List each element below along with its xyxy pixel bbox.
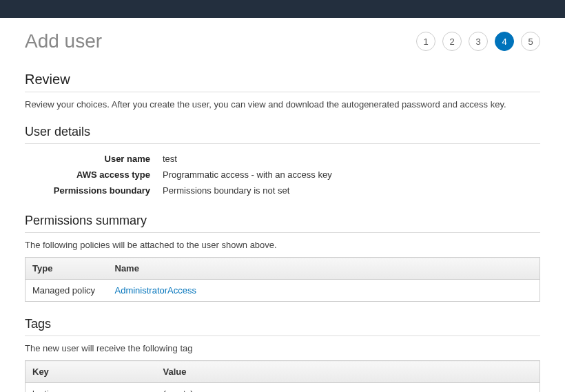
details-label: AWS access type <box>25 169 163 180</box>
policy-name-link[interactable]: AdministratorAccess <box>115 285 196 296</box>
table-row: lentiq(empty) <box>25 383 540 393</box>
review-heading: Review <box>25 72 540 87</box>
wizard-step-4[interactable]: 4 <box>495 32 514 51</box>
wizard-step-5[interactable]: 5 <box>521 32 540 51</box>
col-key-header: Key <box>25 361 156 383</box>
policy-name: AdministratorAccess <box>108 280 540 302</box>
main-container: Add user 12345 Review Review your choice… <box>0 18 565 392</box>
details-row: Permissions boundaryPermissions boundary… <box>25 183 540 198</box>
user-details-heading: User details <box>25 125 540 139</box>
policy-type: Managed policy <box>25 280 108 302</box>
col-value-header: Value <box>156 361 540 383</box>
wizard-step-3[interactable]: 3 <box>469 32 488 51</box>
permissions-summary-subtext: The following policies will be attached … <box>25 240 540 250</box>
col-type-header: Type <box>25 258 108 280</box>
details-row: AWS access typeProgrammatic access - wit… <box>25 167 540 183</box>
tag-key: lentiq <box>25 383 156 393</box>
table-row: Managed policyAdministratorAccess <box>25 280 540 302</box>
details-label: Permissions boundary <box>25 185 163 196</box>
permissions-table: Type Name Managed policyAdministratorAcc… <box>25 257 540 302</box>
details-value: Permissions boundary is not set <box>163 185 289 196</box>
wizard-step-1[interactable]: 1 <box>416 32 435 51</box>
wizard-step-2[interactable]: 2 <box>442 32 462 51</box>
permissions-summary-heading: Permissions summary <box>25 214 540 228</box>
top-nav-bar <box>0 0 565 18</box>
details-value: test <box>163 154 177 164</box>
divider <box>25 143 540 144</box>
tags-heading: Tags <box>25 317 540 331</box>
permissions-table-body: Managed policyAdministratorAccess <box>25 280 540 302</box>
tags-subtext: The new user will receive the following … <box>25 343 540 353</box>
page-title: Add user <box>25 30 102 52</box>
details-value: Programmatic access - with an access key <box>163 169 332 180</box>
details-row: User nametest <box>25 151 540 167</box>
tags-table-body: lentiq(empty) <box>25 383 540 393</box>
review-subtext: Review your choices. After you create th… <box>25 99 540 110</box>
user-details-table: User nametestAWS access typeProgrammatic… <box>25 151 540 198</box>
details-label: User name <box>25 154 163 164</box>
col-name-header: Name <box>108 258 540 280</box>
table-header-row: Type Name <box>25 258 540 280</box>
tags-table: Key Value lentiq(empty) <box>25 360 540 392</box>
divider <box>25 232 540 233</box>
table-header-row: Key Value <box>25 361 540 383</box>
wizard-steps: 12345 <box>416 32 540 51</box>
divider <box>25 336 540 336</box>
divider <box>25 92 540 92</box>
header-row: Add user 12345 <box>25 30 540 52</box>
tag-value: (empty) <box>156 383 540 393</box>
